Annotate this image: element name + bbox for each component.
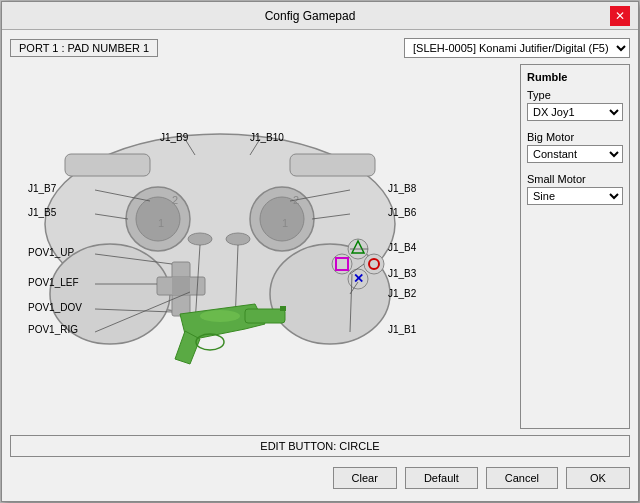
label-J1B6: J1_B6 bbox=[388, 207, 416, 218]
label-POV1LEFT: POV1_LEF bbox=[28, 277, 79, 288]
cancel-button[interactable]: Cancel bbox=[486, 467, 558, 489]
rumble-smallmotor-field: Small Motor Sine Constant None bbox=[527, 173, 623, 205]
main-content: PORT 1 : PAD NUMBER 1 [SLEH-0005] Konami… bbox=[2, 30, 638, 501]
label-POV1DOWN: POV1_DOV bbox=[28, 302, 82, 313]
label-POV1RIGHT: POV1_RIG bbox=[28, 324, 78, 335]
config-gamepad-window: Config Gamepad ✕ PORT 1 : PAD NUMBER 1 [… bbox=[1, 1, 639, 502]
rumble-title: Rumble bbox=[527, 71, 623, 83]
rumble-bigmotor-select[interactable]: Constant Sine None bbox=[527, 145, 623, 163]
edit-bar-text: EDIT BUTTON: CIRCLE bbox=[260, 440, 379, 452]
rumble-smallmotor-label: Small Motor bbox=[527, 173, 623, 185]
rumble-type-select[interactable]: DX Joy1 DX Joy2 None bbox=[527, 103, 623, 121]
label-J1B1: J1_B1 bbox=[388, 324, 416, 335]
svg-rect-47 bbox=[280, 306, 286, 311]
label-J1B4: J1_B4 bbox=[388, 242, 416, 253]
rumble-bigmotor-label: Big Motor bbox=[527, 131, 623, 143]
ok-button[interactable]: OK bbox=[566, 467, 630, 489]
svg-point-46 bbox=[200, 310, 240, 322]
label-J1B10: J1_B10 bbox=[250, 132, 284, 143]
svg-point-25 bbox=[226, 233, 250, 245]
rumble-smallmotor-select[interactable]: Sine Constant None bbox=[527, 187, 623, 205]
label-J1B7: J1_B7 bbox=[28, 183, 56, 194]
svg-rect-3 bbox=[65, 154, 150, 176]
device-select-container: [SLEH-0005] Konami Jutifier/Digital (F5) bbox=[404, 38, 630, 58]
label-J1B5: J1_B5 bbox=[28, 207, 56, 218]
svg-text:1: 1 bbox=[282, 217, 288, 229]
rumble-type-label: Type bbox=[527, 89, 623, 101]
clear-button[interactable]: Clear bbox=[333, 467, 397, 489]
svg-point-24 bbox=[188, 233, 212, 245]
main-area: 2 1 2 1 bbox=[10, 64, 630, 429]
gamepad-area: 2 1 2 1 bbox=[10, 64, 512, 429]
rumble-bigmotor-field: Big Motor Constant Sine None bbox=[527, 131, 623, 163]
label-J1B9: J1_B9 bbox=[160, 132, 188, 143]
title-bar: Config Gamepad ✕ bbox=[2, 2, 638, 30]
label-J1B3: J1_B3 bbox=[388, 268, 416, 279]
bottom-buttons: Clear Default Cancel OK bbox=[10, 463, 630, 493]
svg-point-18 bbox=[364, 254, 384, 274]
svg-text:1: 1 bbox=[158, 217, 164, 229]
rumble-type-field: Type DX Joy1 DX Joy2 None bbox=[527, 89, 623, 121]
rumble-panel: Rumble Type DX Joy1 DX Joy2 None Big Mot… bbox=[520, 64, 630, 429]
top-bar: PORT 1 : PAD NUMBER 1 [SLEH-0005] Konami… bbox=[10, 38, 630, 58]
default-button[interactable]: Default bbox=[405, 467, 478, 489]
svg-rect-4 bbox=[290, 154, 375, 176]
close-button[interactable]: ✕ bbox=[610, 6, 630, 26]
label-J1B2: J1_B2 bbox=[388, 288, 416, 299]
label-J1B8: J1_B8 bbox=[388, 183, 416, 194]
device-select[interactable]: [SLEH-0005] Konami Jutifier/Digital (F5) bbox=[404, 38, 630, 58]
svg-text:✕: ✕ bbox=[353, 271, 364, 286]
gun-image bbox=[165, 274, 295, 374]
edit-bar: EDIT BUTTON: CIRCLE bbox=[10, 435, 630, 457]
svg-text:2: 2 bbox=[172, 194, 178, 206]
svg-rect-43 bbox=[245, 309, 285, 323]
window-title: Config Gamepad bbox=[10, 9, 610, 23]
port-label: PORT 1 : PAD NUMBER 1 bbox=[10, 39, 158, 57]
label-POV1UP: POV1_UP bbox=[28, 247, 74, 258]
